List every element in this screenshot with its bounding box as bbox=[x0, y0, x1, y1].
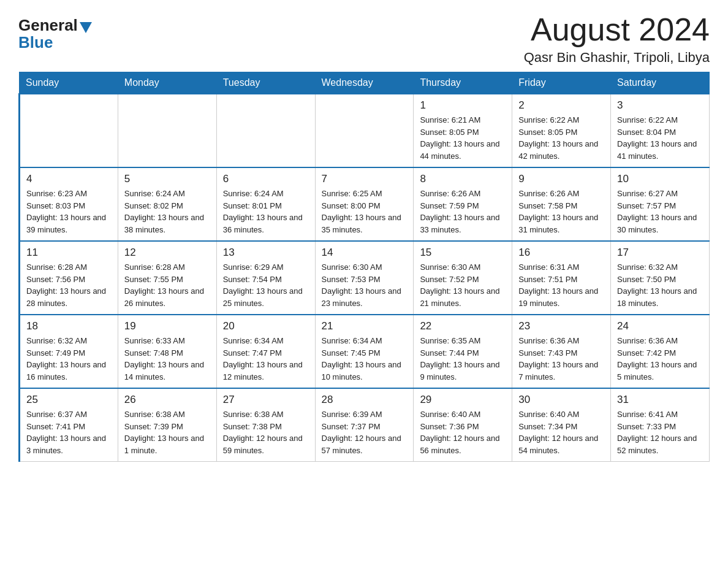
day-number: 10 bbox=[617, 173, 703, 185]
calendar-day-10: 10Sunrise: 6:27 AMSunset: 7:57 PMDayligh… bbox=[611, 167, 710, 241]
day-info: Sunrise: 6:22 AMSunset: 8:04 PMDaylight:… bbox=[617, 114, 703, 162]
calendar-day-23: 23Sunrise: 6:36 AMSunset: 7:43 PMDayligh… bbox=[512, 315, 611, 388]
day-info: Sunrise: 6:32 AMSunset: 7:49 PMDaylight:… bbox=[26, 335, 112, 383]
calendar-day-31: 31Sunrise: 6:41 AMSunset: 7:33 PMDayligh… bbox=[611, 388, 710, 462]
day-number: 23 bbox=[518, 320, 604, 332]
calendar-day-15: 15Sunrise: 6:30 AMSunset: 7:52 PMDayligh… bbox=[414, 241, 512, 315]
column-header-friday: Friday bbox=[512, 72, 611, 94]
day-number: 8 bbox=[420, 173, 506, 185]
calendar-week-row: 1Sunrise: 6:21 AMSunset: 8:05 PMDaylight… bbox=[20, 94, 710, 167]
day-info: Sunrise: 6:33 AMSunset: 7:48 PMDaylight:… bbox=[124, 335, 210, 383]
column-header-wednesday: Wednesday bbox=[315, 72, 414, 94]
day-number: 5 bbox=[124, 173, 210, 185]
day-number: 7 bbox=[322, 173, 408, 185]
calendar-day-8: 8Sunrise: 6:26 AMSunset: 7:59 PMDaylight… bbox=[414, 167, 512, 241]
logo-blue: Blue bbox=[18, 33, 53, 52]
day-number: 21 bbox=[322, 320, 408, 332]
calendar-day-25: 25Sunrise: 6:37 AMSunset: 7:41 PMDayligh… bbox=[20, 388, 118, 462]
day-info: Sunrise: 6:34 AMSunset: 7:45 PMDaylight:… bbox=[322, 335, 408, 383]
calendar-day-22: 22Sunrise: 6:35 AMSunset: 7:44 PMDayligh… bbox=[414, 315, 512, 388]
day-info: Sunrise: 6:24 AMSunset: 8:01 PMDaylight:… bbox=[223, 188, 309, 236]
calendar-day-26: 26Sunrise: 6:38 AMSunset: 7:39 PMDayligh… bbox=[118, 388, 216, 462]
calendar-day-27: 27Sunrise: 6:38 AMSunset: 7:38 PMDayligh… bbox=[216, 388, 315, 462]
day-number: 3 bbox=[617, 99, 703, 112]
calendar-empty-cell bbox=[118, 94, 216, 167]
day-number: 29 bbox=[420, 394, 506, 406]
day-info: Sunrise: 6:24 AMSunset: 8:02 PMDaylight:… bbox=[124, 188, 210, 236]
page-header: General Blue August 2024 Qasr Bin Ghashi… bbox=[18, 12, 710, 66]
day-number: 12 bbox=[124, 247, 210, 259]
day-number: 28 bbox=[322, 394, 408, 406]
column-header-thursday: Thursday bbox=[414, 72, 512, 94]
calendar-table: SundayMondayTuesdayWednesdayThursdayFrid… bbox=[18, 72, 710, 462]
day-number: 24 bbox=[617, 320, 703, 332]
calendar-day-1: 1Sunrise: 6:21 AMSunset: 8:05 PMDaylight… bbox=[414, 94, 512, 167]
calendar-day-24: 24Sunrise: 6:36 AMSunset: 7:42 PMDayligh… bbox=[611, 315, 710, 388]
day-number: 16 bbox=[518, 247, 604, 259]
calendar-day-17: 17Sunrise: 6:32 AMSunset: 7:50 PMDayligh… bbox=[611, 241, 710, 315]
logo-general: General bbox=[18, 17, 78, 33]
day-info: Sunrise: 6:38 AMSunset: 7:39 PMDaylight:… bbox=[124, 408, 210, 456]
calendar-day-14: 14Sunrise: 6:30 AMSunset: 7:53 PMDayligh… bbox=[315, 241, 414, 315]
day-info: Sunrise: 6:35 AMSunset: 7:44 PMDaylight:… bbox=[420, 335, 506, 383]
location-title: Qasr Bin Ghashir, Tripoli, Libya bbox=[524, 50, 710, 66]
day-info: Sunrise: 6:26 AMSunset: 7:58 PMDaylight:… bbox=[518, 188, 604, 236]
day-number: 15 bbox=[420, 247, 506, 259]
day-info: Sunrise: 6:30 AMSunset: 7:53 PMDaylight:… bbox=[322, 261, 408, 309]
day-info: Sunrise: 6:26 AMSunset: 7:59 PMDaylight:… bbox=[420, 188, 506, 236]
day-info: Sunrise: 6:28 AMSunset: 7:56 PMDaylight:… bbox=[26, 261, 112, 309]
calendar-day-2: 2Sunrise: 6:22 AMSunset: 8:05 PMDaylight… bbox=[512, 94, 611, 167]
calendar-day-18: 18Sunrise: 6:32 AMSunset: 7:49 PMDayligh… bbox=[20, 315, 118, 388]
day-number: 14 bbox=[322, 247, 408, 259]
day-number: 22 bbox=[420, 320, 506, 332]
calendar-week-row: 25Sunrise: 6:37 AMSunset: 7:41 PMDayligh… bbox=[20, 388, 710, 462]
day-info: Sunrise: 6:23 AMSunset: 8:03 PMDaylight:… bbox=[26, 188, 112, 236]
calendar-day-28: 28Sunrise: 6:39 AMSunset: 7:37 PMDayligh… bbox=[315, 388, 414, 462]
column-header-tuesday: Tuesday bbox=[216, 72, 315, 94]
day-info: Sunrise: 6:36 AMSunset: 7:42 PMDaylight:… bbox=[617, 335, 703, 383]
calendar-day-29: 29Sunrise: 6:40 AMSunset: 7:36 PMDayligh… bbox=[414, 388, 512, 462]
day-info: Sunrise: 6:29 AMSunset: 7:54 PMDaylight:… bbox=[223, 261, 309, 309]
calendar-day-19: 19Sunrise: 6:33 AMSunset: 7:48 PMDayligh… bbox=[118, 315, 216, 388]
day-number: 13 bbox=[223, 247, 309, 259]
day-info: Sunrise: 6:37 AMSunset: 7:41 PMDaylight:… bbox=[26, 408, 112, 456]
day-number: 11 bbox=[26, 247, 112, 259]
day-number: 1 bbox=[420, 99, 506, 112]
day-number: 31 bbox=[617, 394, 703, 406]
day-number: 18 bbox=[26, 320, 112, 332]
day-info: Sunrise: 6:31 AMSunset: 7:51 PMDaylight:… bbox=[518, 261, 604, 309]
calendar-day-4: 4Sunrise: 6:23 AMSunset: 8:03 PMDaylight… bbox=[20, 167, 118, 241]
calendar-week-row: 4Sunrise: 6:23 AMSunset: 8:03 PMDaylight… bbox=[20, 167, 710, 241]
day-number: 19 bbox=[124, 320, 210, 332]
title-section: August 2024 Qasr Bin Ghashir, Tripoli, L… bbox=[524, 12, 710, 66]
calendar-day-16: 16Sunrise: 6:31 AMSunset: 7:51 PMDayligh… bbox=[512, 241, 611, 315]
day-number: 17 bbox=[617, 247, 703, 259]
day-number: 2 bbox=[518, 99, 604, 112]
day-info: Sunrise: 6:25 AMSunset: 8:00 PMDaylight:… bbox=[322, 188, 408, 236]
day-info: Sunrise: 6:32 AMSunset: 7:50 PMDaylight:… bbox=[617, 261, 703, 309]
day-number: 9 bbox=[518, 173, 604, 185]
calendar-day-30: 30Sunrise: 6:40 AMSunset: 7:34 PMDayligh… bbox=[512, 388, 611, 462]
month-title: August 2024 bbox=[524, 12, 710, 47]
calendar-day-11: 11Sunrise: 6:28 AMSunset: 7:56 PMDayligh… bbox=[20, 241, 118, 315]
day-info: Sunrise: 6:40 AMSunset: 7:34 PMDaylight:… bbox=[518, 408, 604, 456]
calendar-day-13: 13Sunrise: 6:29 AMSunset: 7:54 PMDayligh… bbox=[216, 241, 315, 315]
day-info: Sunrise: 6:27 AMSunset: 7:57 PMDaylight:… bbox=[617, 188, 703, 236]
day-info: Sunrise: 6:34 AMSunset: 7:47 PMDaylight:… bbox=[223, 335, 309, 383]
day-info: Sunrise: 6:39 AMSunset: 7:37 PMDaylight:… bbox=[322, 408, 408, 456]
logo: General Blue bbox=[18, 17, 92, 50]
day-number: 27 bbox=[223, 394, 309, 406]
day-info: Sunrise: 6:21 AMSunset: 8:05 PMDaylight:… bbox=[420, 114, 506, 162]
column-header-monday: Monday bbox=[118, 72, 216, 94]
calendar-day-7: 7Sunrise: 6:25 AMSunset: 8:00 PMDaylight… bbox=[315, 167, 414, 241]
day-number: 20 bbox=[223, 320, 309, 332]
day-number: 25 bbox=[26, 394, 112, 406]
calendar-empty-cell bbox=[20, 94, 118, 167]
day-info: Sunrise: 6:28 AMSunset: 7:55 PMDaylight:… bbox=[124, 261, 210, 309]
day-info: Sunrise: 6:22 AMSunset: 8:05 PMDaylight:… bbox=[518, 114, 604, 162]
day-info: Sunrise: 6:30 AMSunset: 7:52 PMDaylight:… bbox=[420, 261, 506, 309]
calendar-day-12: 12Sunrise: 6:28 AMSunset: 7:55 PMDayligh… bbox=[118, 241, 216, 315]
calendar-header-row: SundayMondayTuesdayWednesdayThursdayFrid… bbox=[20, 72, 710, 94]
day-info: Sunrise: 6:38 AMSunset: 7:38 PMDaylight:… bbox=[223, 408, 309, 456]
day-number: 26 bbox=[124, 394, 210, 406]
